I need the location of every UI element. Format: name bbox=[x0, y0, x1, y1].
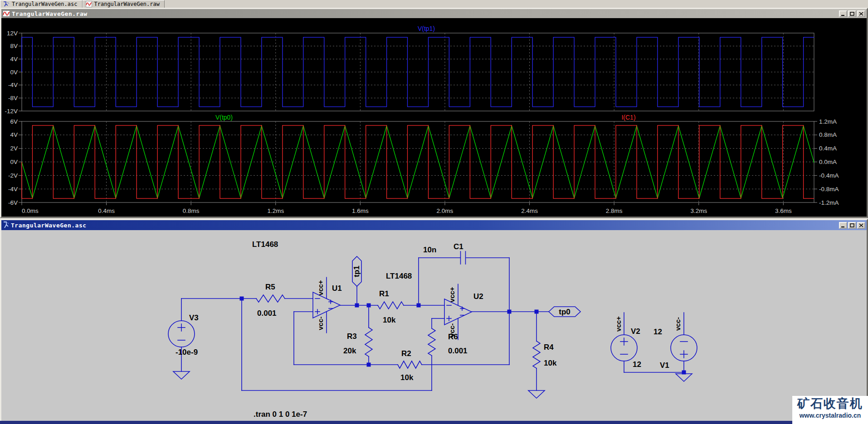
schematic-window: TrangularWaveGen.asc R50.001R110kR320kR2… bbox=[0, 219, 868, 424]
svg-text:LT1468: LT1468 bbox=[386, 272, 412, 280]
tab-schematic[interactable]: TrangularWaveGen.asc bbox=[0, 0, 83, 8]
svg-text:R1: R1 bbox=[379, 289, 389, 298]
resistor-R1 bbox=[378, 302, 404, 309]
svg-text:vcc-: vcc- bbox=[674, 317, 682, 331]
svg-text:8V: 8V bbox=[10, 43, 18, 49]
svg-text:2.8ms: 2.8ms bbox=[606, 207, 623, 214]
svg-text:0.4mA: 0.4mA bbox=[819, 145, 837, 152]
window-bottom-border bbox=[0, 421, 868, 424]
svg-text:R4: R4 bbox=[544, 343, 554, 352]
schematic-canvas[interactable]: R50.001R110kR320kR210kR60.001R410kvcc+vc… bbox=[1, 230, 867, 422]
svg-text:vcc-: vcc- bbox=[317, 317, 324, 330]
resistor-R2 bbox=[398, 361, 422, 368]
svg-text:V3: V3 bbox=[189, 313, 199, 322]
svg-text:-0.8mA: -0.8mA bbox=[819, 186, 839, 193]
svg-text:0.001: 0.001 bbox=[257, 309, 277, 318]
schematic-canvas-area: R50.001R110kR320kR210kR60.001R410kvcc+vc… bbox=[1, 230, 867, 423]
waveform-plot-area: 12V8V4V0V-4V-8V-12V6V4V2V0V-2V-4V-6V1.2m… bbox=[1, 18, 867, 217]
svg-text:vcc+: vcc+ bbox=[614, 316, 622, 332]
svg-text:4V: 4V bbox=[10, 131, 18, 138]
svg-text:6V: 6V bbox=[10, 118, 18, 125]
svg-text:3.6ms: 3.6ms bbox=[775, 207, 792, 214]
resistor-R4 bbox=[533, 341, 540, 368]
svg-text:-6V: -6V bbox=[8, 199, 18, 206]
svg-text:R5: R5 bbox=[265, 283, 275, 291]
watermark: 矿石收音机 www.crystalradio.cn bbox=[792, 396, 868, 424]
schematic-window-icon bbox=[3, 222, 9, 229]
svg-text:-8V: -8V bbox=[8, 95, 18, 101]
svg-text:10k: 10k bbox=[400, 373, 414, 382]
svg-text:0V: 0V bbox=[10, 69, 18, 76]
junction-dot bbox=[535, 310, 539, 314]
svg-text:12: 12 bbox=[633, 360, 641, 369]
waveform-plot[interactable]: 12V8V4V0V-4V-8V-12V6V4V2V0V-2V-4V-6V1.2m… bbox=[1, 18, 867, 217]
svg-text:0.001: 0.001 bbox=[448, 347, 468, 355]
svg-text:12V: 12V bbox=[7, 30, 18, 37]
svg-text:U2: U2 bbox=[473, 292, 483, 301]
schematic-root: R50.001R110kR320kR210kR60.001R410kvcc+vc… bbox=[168, 240, 697, 419]
svg-text:-4V: -4V bbox=[8, 186, 18, 193]
svg-text:-4V: -4V bbox=[8, 82, 18, 88]
maximize-button[interactable] bbox=[848, 10, 856, 17]
svg-text:V(tp0): V(tp0) bbox=[215, 114, 233, 121]
schematic-window-titlebar[interactable]: TrangularWaveGen.asc bbox=[1, 220, 867, 230]
svg-text:0.8mA: 0.8mA bbox=[819, 131, 837, 138]
svg-text:10k: 10k bbox=[383, 316, 396, 324]
svg-text:0.0ms: 0.0ms bbox=[22, 207, 39, 214]
close-button[interactable] bbox=[857, 10, 865, 17]
resistor-R3 bbox=[365, 328, 372, 357]
svg-text:10k: 10k bbox=[544, 359, 557, 367]
spice-directive: .tran 0 1 0 1e-7 bbox=[254, 410, 307, 419]
svg-text:vcc+: vcc+ bbox=[317, 280, 324, 295]
minimize-button[interactable] bbox=[839, 222, 847, 229]
resistor-R6 bbox=[428, 328, 435, 356]
junction-dot bbox=[682, 371, 686, 375]
tab-label: TrangularWaveGen.raw bbox=[94, 1, 160, 7]
waveform-window-title: TrangularWaveGen.raw bbox=[12, 10, 88, 17]
svg-text:V2: V2 bbox=[631, 327, 640, 336]
waveform-window: TrangularWaveGen.raw 12V8V4V0V-4V-8V-12V… bbox=[0, 8, 868, 218]
svg-text:2.4ms: 2.4ms bbox=[521, 207, 538, 214]
svg-text:-2V: -2V bbox=[8, 172, 18, 179]
svg-text:I(C1): I(C1) bbox=[621, 114, 635, 121]
svg-text:20k: 20k bbox=[343, 347, 356, 355]
schematic-icon bbox=[3, 1, 10, 7]
svg-text:4V: 4V bbox=[10, 56, 18, 63]
svg-text:tp1: tp1 bbox=[352, 265, 361, 277]
svg-text:2.0ms: 2.0ms bbox=[437, 207, 454, 214]
resistor-R5 bbox=[256, 295, 285, 302]
svg-text:C1: C1 bbox=[454, 242, 463, 251]
junction-dot bbox=[417, 304, 421, 308]
svg-text:-12V: -12V bbox=[5, 108, 18, 115]
plot-root: 12V8V4V0V-4V-8V-12V6V4V2V0V-2V-4V-6V1.2m… bbox=[5, 25, 839, 214]
svg-text:0.0mA: 0.0mA bbox=[819, 159, 837, 165]
svg-text:1.2mA: 1.2mA bbox=[819, 118, 837, 125]
svg-text:V1: V1 bbox=[660, 361, 669, 370]
close-button[interactable] bbox=[857, 222, 865, 229]
minimize-button[interactable] bbox=[839, 10, 847, 17]
svg-text:0V: 0V bbox=[10, 159, 18, 165]
svg-text:vcc+: vcc+ bbox=[448, 287, 456, 302]
tab-waveform[interactable]: TrangularWaveGen.raw bbox=[83, 0, 165, 8]
desktop: TrangularWaveGen.asc TrangularWaveGen.ra… bbox=[0, 0, 868, 424]
waveform-icon bbox=[86, 1, 92, 7]
svg-text:-1.2mA: -1.2mA bbox=[819, 199, 839, 206]
svg-text:3.2ms: 3.2ms bbox=[690, 207, 707, 214]
schematic-window-title: TrangularWaveGen.asc bbox=[11, 222, 87, 229]
ground-symbol bbox=[173, 371, 190, 379]
svg-text:10n: 10n bbox=[423, 246, 436, 254]
svg-text:0.4ms: 0.4ms bbox=[98, 207, 115, 214]
svg-text:R2: R2 bbox=[401, 349, 411, 358]
svg-text:-0.4mA: -0.4mA bbox=[819, 172, 839, 179]
junction-dot bbox=[367, 304, 371, 308]
svg-text:12: 12 bbox=[653, 328, 662, 336]
junction-dot bbox=[355, 304, 359, 308]
maximize-button[interactable] bbox=[848, 222, 856, 229]
waveform-window-titlebar[interactable]: TrangularWaveGen.raw bbox=[1, 9, 867, 18]
svg-text:2V: 2V bbox=[10, 145, 18, 152]
svg-text:U1: U1 bbox=[332, 284, 342, 293]
svg-text:0.8ms: 0.8ms bbox=[183, 207, 200, 214]
waveform-window-icon bbox=[3, 10, 10, 17]
junction-dot bbox=[507, 310, 512, 314]
document-tab-bar: TrangularWaveGen.asc TrangularWaveGen.ra… bbox=[0, 0, 868, 8]
